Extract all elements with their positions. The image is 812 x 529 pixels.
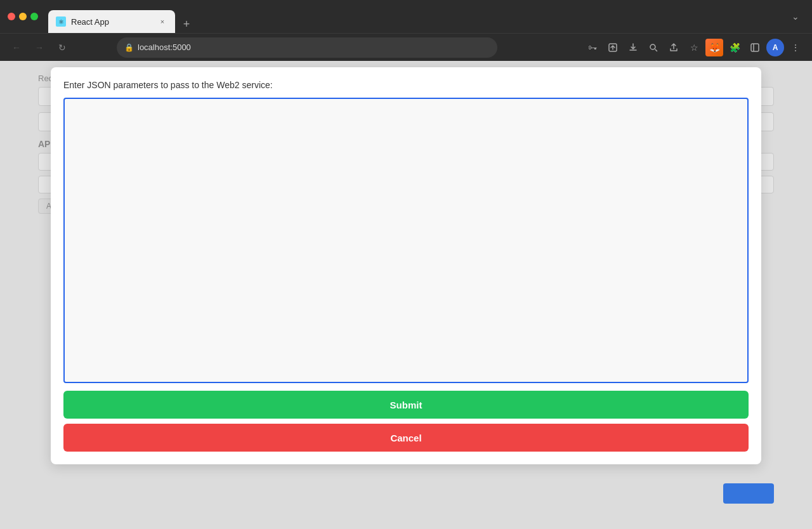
download-icon[interactable] — [624, 39, 642, 56]
window-controls: ⌄ — [787, 8, 804, 25]
puzzle-icon[interactable]: 🧩 — [726, 39, 743, 56]
page-content: Hello, hello! Rec API Ad... Enter JSON p… — [0, 61, 812, 529]
address-field[interactable]: 🔒 localhost:5000 — [117, 37, 497, 58]
forward-button[interactable]: → — [30, 39, 48, 56]
json-textarea[interactable] — [63, 98, 749, 383]
profile-avatar[interactable]: A — [766, 39, 784, 56]
export-icon[interactable] — [604, 39, 622, 56]
fox-icon[interactable]: 🦊 — [705, 39, 723, 56]
url-text: localhost:5000 — [138, 42, 191, 52]
tab-bar: ⚛ React App × + — [48, 0, 782, 33]
svg-rect-2 — [751, 44, 759, 51]
lock-icon: 🔒 — [124, 43, 134, 52]
svg-point-1 — [650, 44, 655, 49]
new-tab-button[interactable]: + — [178, 15, 195, 33]
title-bar: ⚛ React App × + ⌄ — [0, 0, 812, 33]
dialog: Enter JSON parameters to pass to the Web… — [51, 67, 761, 464]
window-chevron-button[interactable]: ⌄ — [787, 8, 804, 25]
address-bar: ← → ↻ 🔒 localhost:5000 🗝 — [0, 33, 812, 61]
zoom-icon[interactable] — [645, 39, 662, 56]
browser-window: ⚛ React App × + ⌄ ← → ↻ 🔒 localhost:5000… — [0, 0, 812, 529]
dialog-buttons: Submit Cancel — [63, 391, 749, 452]
star-icon[interactable]: ☆ — [685, 39, 703, 56]
cancel-button[interactable]: Cancel — [63, 424, 749, 452]
reload-button[interactable]: ↻ — [53, 39, 71, 56]
back-button[interactable]: ← — [8, 39, 25, 56]
tab-favicon: ⚛ — [56, 16, 66, 27]
maximize-window-button[interactable] — [30, 13, 38, 20]
dialog-label: Enter JSON parameters to pass to the Web… — [63, 80, 749, 90]
sidebar-toggle-icon[interactable] — [746, 39, 764, 56]
toolbar-icons: 🗝 — [584, 39, 804, 56]
tab-title: React App — [71, 17, 152, 27]
more-menu-icon[interactable]: ⋮ — [787, 39, 804, 56]
minimize-window-button[interactable] — [19, 13, 27, 20]
traffic-lights — [8, 13, 38, 20]
close-window-button[interactable] — [8, 13, 15, 20]
active-tab[interactable]: ⚛ React App × — [48, 10, 175, 33]
submit-button[interactable]: Submit — [63, 391, 749, 419]
key-icon[interactable]: 🗝 — [584, 39, 601, 56]
share-icon[interactable] — [665, 39, 683, 56]
browser-content: Hello, hello! Rec API Ad... Enter JSON p… — [0, 61, 812, 529]
dialog-overlay: Enter JSON parameters to pass to the Web… — [0, 61, 812, 529]
tab-close-button[interactable]: × — [157, 16, 167, 27]
